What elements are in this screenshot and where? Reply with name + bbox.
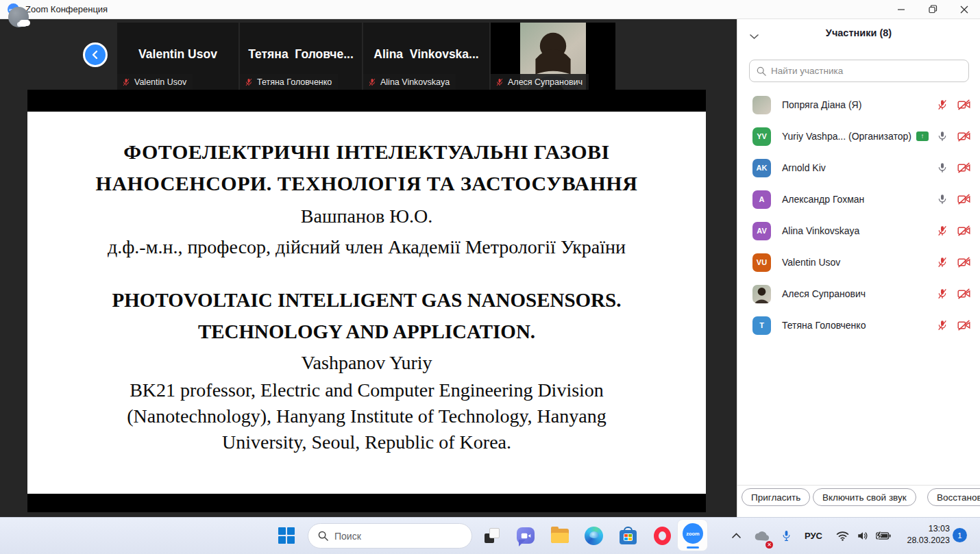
participant-search-box[interactable] <box>749 60 969 82</box>
person-photo <box>752 285 771 303</box>
window-titlebar: zoom Zoom Конференция <box>0 0 980 19</box>
participant-search-input[interactable] <box>771 66 961 76</box>
avatar: YV <box>752 127 771 146</box>
participant-row[interactable]: VU Valentin Usov ↑ <box>737 247 980 278</box>
screen-share-badge-icon: ↑ <box>916 131 929 141</box>
tile-display-name: Valentin Usov <box>117 47 238 62</box>
search-icon <box>757 66 766 76</box>
mic-status-icon <box>937 131 948 142</box>
mic-muted-icon <box>368 78 376 86</box>
time: 13:03 <box>892 523 950 535</box>
edge-browser-icon[interactable] <box>581 523 606 548</box>
video-status-icon <box>957 99 970 110</box>
chevron-left-icon <box>90 50 100 60</box>
participant-name: Алеся Супранович <box>782 288 866 299</box>
participant-row[interactable]: Попряга Діана (Я) ↑ <box>737 89 980 121</box>
restore-button[interactable] <box>917 0 948 18</box>
mic-status-icon <box>937 162 948 173</box>
task-view-icon[interactable] <box>480 523 504 548</box>
slide-title-uk: ФОТОЕЛЕКТРИЧНІ ІНТЕЛЕКТУАЛЬНІ ГАЗОВІ НАН… <box>27 136 706 199</box>
slide-title-en: PHOTOVOLTAIC INTELLIGENT GAS NANOSENSORS… <box>27 284 706 347</box>
zoom-app-icon: zoom <box>683 523 703 544</box>
chat-app-icon[interactable] <box>513 523 538 548</box>
participant-list: Попряга Діана (Я) ↑ YV Yuriy Vashpa... (… <box>737 89 980 341</box>
search-icon <box>318 531 328 541</box>
mic-muted-icon <box>122 78 130 86</box>
opera-browser-icon[interactable] <box>650 523 674 548</box>
video-camera-glyph <box>521 532 531 540</box>
slide-affiliation-en: BK21 professor, Electric and Computer En… <box>27 377 706 455</box>
video-tile[interactable]: Тетяна Головче... Тетяна Головченко <box>240 23 362 90</box>
tile-display-name: Тетяна Головче... <box>240 47 362 62</box>
microsoft-store-icon[interactable] <box>615 523 640 548</box>
avatar: AK <box>752 159 771 177</box>
slide-author-en: Vashpanov Yuriy <box>27 349 706 377</box>
avatar <box>752 96 771 114</box>
battery-icon[interactable] <box>874 525 893 546</box>
video-status-icon <box>957 162 970 173</box>
tray-overflow-chevron[interactable] <box>728 525 744 546</box>
restore-order-button[interactable]: Восстановить порядок <box>927 488 980 506</box>
volume-icon[interactable] <box>854 525 872 546</box>
file-explorer-icon[interactable] <box>548 523 572 548</box>
video-status-icon <box>957 194 970 205</box>
tile-name-label: Алеся Супранович <box>491 74 589 90</box>
participants-panel: Участники (8) Попряга Діана (Я) ↑ YV Yur… <box>737 19 980 517</box>
tile-name-label: Тетяна Головченко <box>240 74 338 90</box>
mic-status-icon <box>937 320 948 331</box>
mic-muted-icon <box>245 78 253 86</box>
participant-name: Попряга Діана (Я) <box>782 99 861 110</box>
avatar: T <box>752 316 771 335</box>
participant-name: Yuriy Vashpa... (Организатор) <box>782 131 911 142</box>
participant-row[interactable]: AK Arnold Kiv ↑ <box>737 152 980 184</box>
mic-muted-icon <box>495 78 504 86</box>
mic-status-icon <box>937 194 948 205</box>
video-status-icon <box>957 257 970 268</box>
avatar <box>752 285 771 303</box>
mic-status-icon <box>937 288 948 299</box>
chevron-up-icon <box>732 533 741 538</box>
wifi-icon[interactable] <box>833 525 851 546</box>
video-tile[interactable]: Alina Vinkovska... Alina Vinkovskaya <box>363 23 489 90</box>
video-tile[interactable]: Valentin Usov Valentin Usov <box>117 23 238 90</box>
tray-mic-icon[interactable] <box>779 525 794 546</box>
zoom-app-taskbar-item[interactable]: zoom <box>677 519 708 551</box>
onedrive-error-icon[interactable]: ✕ <box>752 525 770 546</box>
participant-row[interactable]: YV Yuriy Vashpa... (Организатор) ↑ <box>737 121 980 152</box>
mic-status-icon <box>937 225 948 236</box>
window-title: Zoom Конференция <box>25 4 108 14</box>
notification-badge[interactable]: 1 <box>953 528 967 542</box>
tile-name-label: Valentin Usov <box>117 74 193 90</box>
participant-name: Valentin Usov <box>782 257 840 268</box>
invite-button[interactable]: Пригласить <box>742 488 810 506</box>
avatar: A <box>752 190 771 209</box>
video-status-icon <box>957 288 970 299</box>
taskbar-search-input[interactable] <box>334 531 462 542</box>
mic-status-icon <box>937 99 948 110</box>
video-tile[interactable]: Алеся Супранович <box>491 23 615 90</box>
avatar: VU <box>752 253 771 272</box>
participant-row[interactable]: Алеся Супранович ↑ <box>737 278 980 310</box>
video-status-icon <box>957 320 970 331</box>
participant-row[interactable]: AV Alina Vinkovskaya ↑ <box>737 215 980 247</box>
participant-name: Arnold Kiv <box>782 162 826 173</box>
minimize-button[interactable] <box>885 0 917 18</box>
participant-name: Alina Vinkovskaya <box>782 225 859 236</box>
presentation-slide: ФОТОЕЛЕКТРИЧНІ ІНТЕЛЕКТУАЛЬНІ ГАЗОВІ НАН… <box>27 112 706 494</box>
unmute-button[interactable]: Включить свой звук <box>813 488 916 506</box>
clock[interactable]: 13:03 28.03.2023 <box>892 523 950 546</box>
slide-author-uk: Вашпанов Ю.О. <box>27 201 706 232</box>
language-indicator[interactable]: РУС <box>802 525 825 546</box>
video-status-icon <box>957 225 970 236</box>
taskbar-search-box[interactable] <box>308 523 472 549</box>
participants-footer: Пригласить Включить свой звук Восстанови… <box>737 485 980 517</box>
close-button[interactable] <box>948 0 980 18</box>
participant-row[interactable]: T Тетяна Головченко ↑ <box>737 310 980 341</box>
participants-title: Участники (8) <box>737 27 980 38</box>
participant-row[interactable]: A Александр Гохман ↑ <box>737 184 980 215</box>
participant-name: Александр Гохман <box>782 194 864 205</box>
weather-widget-icon[interactable] <box>8 7 29 27</box>
start-button[interactable] <box>278 527 295 544</box>
tile-display-name: Alina Vinkovska... <box>363 47 489 62</box>
collapse-filmstrip-button[interactable] <box>83 42 108 67</box>
